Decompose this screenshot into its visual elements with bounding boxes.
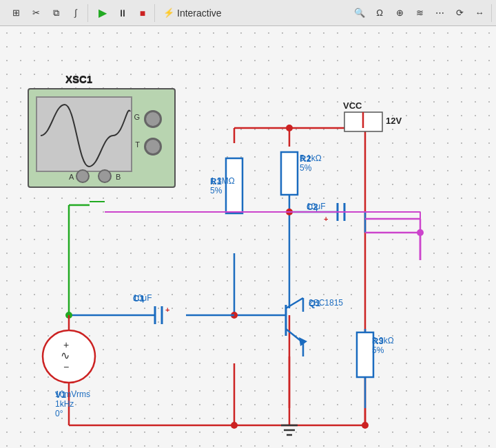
svg-rect-42 [357,332,373,377]
c2-label: C2 10μF [307,202,326,211]
svg-text:+: + [324,215,328,223]
interactive-label: ⚡ Interactive [158,8,227,19]
paste-button[interactable]: ∫ [67,4,85,22]
svg-point-37 [362,422,369,429]
tb-r6[interactable]: ⟳ [451,4,468,22]
svg-text:−: − [63,361,69,372]
tb-r3[interactable]: ⊕ [391,4,409,22]
vcc-label: VCC [343,100,362,111]
lightning-icon: ⚡ [163,8,174,18]
svg-point-33 [231,422,238,429]
svg-rect-41 [281,152,298,195]
tb-r1[interactable]: 🔍 [351,4,369,22]
q1-label: Q1 2SC1815 [309,298,343,308]
toolbar-group-2: ▶ ⏸ ■ [91,4,155,22]
r2-label: R2 5.1kΩ 5% [300,153,322,173]
stop-button[interactable]: ■ [134,4,152,22]
tb-r2[interactable]: Ω [371,4,389,22]
pause-button[interactable]: ⏸ [114,4,132,22]
interactive-text: Interactive [177,8,222,19]
v1-label: V1 10mVrms 1kHz 0° [55,390,90,418]
circuit-svg: + + + ∿ − [0,26,496,448]
xsc1-label: XSC1 [65,74,92,85]
circuit-canvas[interactable]: G T A B XSC1 [0,26,496,448]
svg-text:∿: ∿ [61,350,70,361]
c1-label: C1 10μF [133,293,152,303]
cut-button[interactable]: ✂ [27,4,45,22]
r1-label: R1 1.3MΩ 5% [210,176,235,195]
tb-r7[interactable]: ↔ [471,4,488,22]
svg-text:+: + [63,339,69,350]
toolbar-group-1: ⊞ ✂ ⧉ ∫ [4,4,88,22]
svg-text:+: + [165,306,169,314]
copy-button[interactable]: ⧉ [47,4,65,22]
tb-r4[interactable]: ≋ [411,4,428,22]
vcc-value: 12V [386,116,402,126]
svg-point-67 [417,229,424,236]
tb-r5[interactable]: ⋯ [431,4,448,22]
grid-button[interactable]: ⊞ [7,4,25,22]
r3-label: R3 3.9kΩ 5% [372,336,394,355]
toolbar: ⊞ ✂ ⧉ ∫ ▶ ⏸ ■ ⚡ Interactive 🔍 Ω ⊕ ≋ ⋯ ⟳ … [0,0,496,26]
toolbar-group-right: 🔍 Ω ⊕ ≋ ⋯ ⟳ ↔ [348,4,492,22]
play-button[interactable]: ▶ [94,4,112,22]
